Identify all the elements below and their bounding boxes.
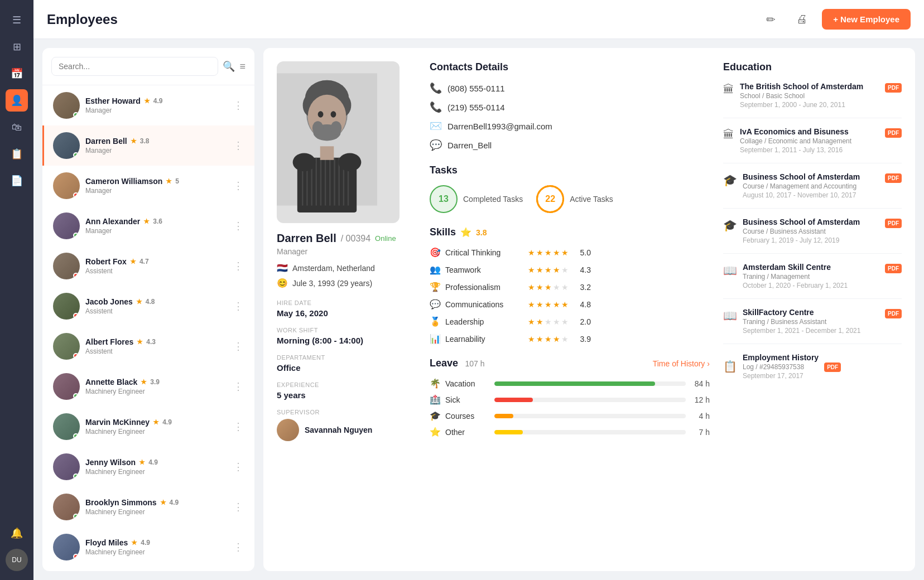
sidebar: ☰ ⊞ 📅 👤 🛍 📋 📄 🔔 DU — [0, 0, 33, 580]
phone1-item: 📞 (808) 555-0111 — [430, 82, 710, 94]
search-button[interactable]: 🔍 — [223, 60, 235, 72]
profile-photo — [277, 61, 400, 223]
menu-icon[interactable]: ☰ — [6, 9, 28, 31]
edu-pdf-badge[interactable]: PDF — [885, 83, 902, 93]
employment-pdf-badge[interactable]: PDF — [824, 362, 841, 372]
employment-header: 📋 Employment History Log / #29485937538 … — [723, 353, 902, 380]
more-options-button[interactable]: ⋮ — [231, 418, 246, 435]
svg-point-9 — [331, 111, 336, 117]
more-options-button[interactable]: ⋮ — [231, 258, 246, 274]
status-dot — [73, 273, 79, 278]
print-button[interactable]: 🖨 — [791, 8, 813, 31]
profile-id: / 00394 — [341, 234, 370, 244]
right-column: Education 🏛 The British School of Amster… — [723, 61, 902, 443]
star-icon: ★ — [166, 177, 172, 185]
people-icon[interactable]: 👤 — [6, 89, 28, 112]
tasks-row: 13 Completed Tasks 22 Active Tasks — [430, 185, 710, 213]
more-options-button[interactable]: ⋮ — [231, 218, 246, 234]
bell-icon[interactable]: 🔔 — [6, 522, 28, 544]
skill-icon: 📊 — [430, 334, 441, 344]
more-options-button[interactable]: ⋮ — [231, 458, 246, 475]
employment-section: 📋 Employment History Log / #29485937538 … — [723, 353, 902, 380]
filter-button[interactable]: ≡ — [239, 61, 246, 72]
skill-icon: 🎯 — [430, 247, 441, 258]
new-employee-button[interactable]: + New Employee — [822, 9, 911, 30]
leave-type: Vacation — [445, 379, 490, 388]
edu-pdf-badge[interactable]: PDF — [885, 264, 902, 273]
employee-info: Ann Alexander ★3.6 Manager — [80, 217, 231, 235]
employee-item[interactable]: Darren Bell ★3.8 Manager ⋮ — [42, 125, 254, 166]
search-input[interactable] — [51, 57, 218, 76]
time-of-history-link[interactable]: Time of History › — [653, 359, 710, 368]
employee-list: Esther Howard ★4.9 Manager ⋮ Darren Bell… — [42, 85, 254, 571]
list-icon[interactable]: 📋 — [6, 143, 28, 165]
leave-bar-bg — [494, 381, 686, 386]
employee-avatar — [53, 253, 80, 279]
leave-hours-value: 4 h — [690, 412, 710, 420]
phone2-item: 📞 (219) 555-0114 — [430, 101, 710, 113]
skill-row: 🏅 Leadership ★★★★★ 2.0 — [430, 316, 710, 327]
profile-column: Darren Bell / 00394 Online Manager 🇳🇱 Am… — [277, 61, 416, 443]
edit-button[interactable]: ✏ — [759, 8, 782, 31]
leave-bar — [494, 430, 523, 434]
more-options-button[interactable]: ⋮ — [231, 338, 246, 355]
rating-value: 4.3 — [146, 338, 156, 346]
skills-header: Skills ⭐ 3.8 — [430, 226, 710, 238]
calendar-icon[interactable]: 📅 — [6, 62, 28, 85]
skill-score: 2.0 — [574, 317, 591, 326]
employee-name: Floyd Miles ★4.9 — [85, 538, 225, 547]
employee-info: Annette Black ★3.9 Machinery Engineer — [80, 378, 231, 395]
more-options-button[interactable]: ⋮ — [231, 499, 246, 515]
star-icon: ★ — [144, 97, 150, 105]
edu-dates: October 1, 2020 - February 1, 2021 — [743, 282, 879, 289]
employee-item[interactable]: Annette Black ★3.9 Machinery Engineer ⋮ — [42, 366, 254, 407]
employee-item[interactable]: Ann Alexander ★3.6 Manager ⋮ — [42, 206, 254, 246]
employee-item[interactable]: Brooklyn Simmons ★4.9 Machinery Engineer… — [42, 487, 254, 527]
more-options-button[interactable]: ⋮ — [231, 298, 246, 315]
leave-bar — [494, 414, 513, 418]
employee-role: Manager — [85, 107, 225, 114]
star-icon: ★ — [130, 258, 136, 265]
status-dot — [73, 554, 79, 559]
rating-value: 4.7 — [139, 258, 149, 265]
more-options-button[interactable]: ⋮ — [231, 177, 246, 194]
employee-item[interactable]: Marvin McKinney ★4.9 Machinery Engineer … — [42, 407, 254, 447]
employee-avatar — [53, 494, 80, 520]
star-icon: ★ — [160, 499, 166, 506]
employee-item[interactable]: Jacob Jones ★4.8 Assistent ⋮ — [42, 286, 254, 326]
doc-icon[interactable]: 📄 — [6, 170, 28, 192]
edu-type: Traning / Business Assistant — [743, 318, 879, 326]
employee-item[interactable]: Cameron Williamson ★5 Manager ⋮ — [42, 166, 254, 206]
edu-info: Business School of Amsterdam Course / Ma… — [743, 172, 879, 199]
skill-row: 🏆 Professionalism ★★★★★ 3.2 — [430, 282, 710, 292]
leave-icon: 🏥 — [430, 394, 441, 405]
department-field: Departament Office — [277, 352, 416, 373]
employee-role: Manager — [85, 187, 225, 195]
employee-item[interactable]: Albert Flores ★4.3 Assistent ⋮ — [42, 326, 254, 366]
dashboard-icon[interactable]: ⊞ — [6, 36, 28, 58]
svg-rect-17 — [316, 158, 317, 206]
leave-bar — [494, 398, 533, 402]
edu-pdf-badge[interactable]: PDF — [885, 173, 902, 183]
employee-item[interactable]: Esther Howard ★4.9 Manager ⋮ — [42, 85, 254, 125]
more-options-button[interactable]: ⋮ — [231, 539, 246, 555]
star-icon: ★ — [141, 378, 147, 386]
edu-school-name: Business School of Amsterdam — [743, 218, 879, 226]
hire-date-field: Hire Date May 16, 2020 — [277, 297, 416, 318]
edu-pdf-badge[interactable]: PDF — [885, 219, 902, 228]
edu-info: IvA Economics and Bisuness Collage / Eco… — [740, 127, 879, 154]
more-options-button[interactable]: ⋮ — [231, 97, 246, 114]
star-icon: ★ — [136, 298, 142, 306]
bag-icon[interactable]: 🛍 — [6, 116, 28, 138]
skill-score: 3.9 — [574, 335, 591, 344]
edu-pdf-badge[interactable]: PDF — [885, 309, 902, 318]
more-options-button[interactable]: ⋮ — [231, 137, 246, 154]
edu-icon: 🎓 — [723, 219, 737, 232]
employee-item[interactable]: Robert Fox ★4.7 Assistent ⋮ — [42, 246, 254, 286]
more-options-button[interactable]: ⋮ — [231, 378, 246, 395]
employee-name: Jenny Wilson ★4.9 — [85, 458, 225, 467]
user-avatar-bottom[interactable]: DU — [6, 549, 28, 571]
edu-pdf-badge[interactable]: PDF — [885, 128, 902, 138]
employee-item[interactable]: Jenny Wilson ★4.9 Machinery Engineer ⋮ — [42, 447, 254, 487]
employee-item[interactable]: Floyd Miles ★4.9 Machinery Engineer ⋮ — [42, 527, 254, 567]
